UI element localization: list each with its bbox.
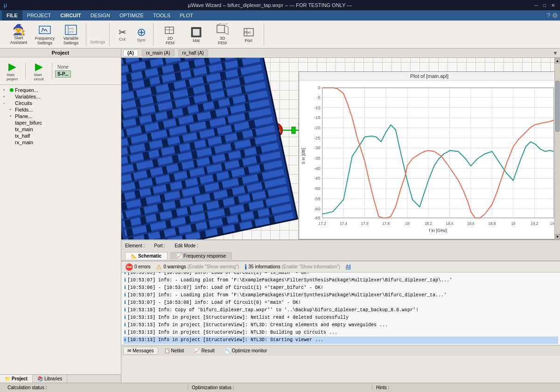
svg-line-18	[224, 23, 228, 25]
close-button[interactable]: ✕	[550, 2, 556, 8]
scroll-thumb[interactable]	[555, 81, 560, 132]
menu-file[interactable]: FILE	[2, 10, 22, 21]
settings-menu-button[interactable]: ⚙	[552, 12, 558, 19]
svg-text:18.6: 18.6	[467, 222, 475, 226]
plot-area: Plot of [main.apl] 0 -5 -	[299, 71, 560, 239]
toolbar: 🧙 StartAssistant FrequencySettings	[0, 21, 560, 49]
frequency-settings-button[interactable]: FrequencySettings	[33, 24, 57, 45]
circuits-dot	[10, 101, 14, 105]
schematic-area[interactable]: 640 600 560 520 480 Port 1 1 input	[121, 58, 560, 240]
cut-label: Cut	[119, 37, 126, 42]
schem-nav-tab-rx-main[interactable]: rx_main (A)	[142, 49, 175, 56]
tab-optimize-monitor[interactable]: 📉 Optimize monitor	[221, 347, 272, 355]
sym-label: Sym	[137, 38, 146, 42]
main-area: Project ▶ Startproject ▶ Startcircuit No…	[0, 49, 560, 383]
variable-settings-icon: x=1 y=2	[64, 23, 77, 36]
svg-text:-35: -35	[314, 156, 320, 161]
tree-item-freq[interactable]: + Frequen...	[2, 87, 119, 93]
start-project-button[interactable]: ▶ Startproject	[2, 59, 22, 83]
log-bullet: ℹ	[124, 337, 126, 343]
svg-text:19.2: 19.2	[531, 222, 538, 226]
2d-fem-button[interactable]: 2DFEM	[158, 24, 182, 45]
view-tabs: 📐 Schematic 📈 Frequency response	[121, 251, 560, 260]
app-icon: μ	[4, 2, 7, 8]
svg-line-1	[42, 28, 43, 32]
tree-item-planewaves[interactable]: + Plane...	[2, 113, 119, 119]
result-label: Result	[201, 348, 214, 353]
menu-circuit[interactable]: CIRCUIT	[56, 10, 86, 21]
port-button[interactable]: Port Port	[237, 24, 261, 45]
tab-libraries[interactable]: 📚 Libraries	[33, 375, 67, 383]
maximize-button[interactable]: □	[541, 2, 548, 8]
tab-result[interactable]: 📈 Result	[190, 347, 218, 355]
tab-netlist[interactable]: 📋 Netlist	[160, 347, 189, 355]
tree-label-planewaves: Plane...	[15, 113, 32, 119]
sparams-badge[interactable]: S-P...	[55, 70, 71, 77]
schematic-vscroll[interactable]: ▲ ▼	[554, 58, 560, 239]
view-tab-freq-response[interactable]: 📈 Frequency response	[170, 252, 232, 259]
2d-fem-label: 2DFEM	[166, 36, 175, 46]
menu-project[interactable]: PROJECT	[22, 10, 56, 21]
log-bullet: ℹ	[124, 308, 126, 313]
window-title: µWave Wizard -- bifurc_diplexer_tap.wxpr…	[7, 2, 533, 8]
warning-icon: ⚠	[156, 263, 162, 271]
mat-button[interactable]: 🔲 Mat	[184, 24, 209, 45]
mat-label: Mat	[193, 39, 200, 43]
window-controls: ─ □ ✕	[533, 2, 556, 8]
frequency-settings-icon	[38, 23, 51, 36]
log-line: ℹ[10:53:05] - [10:53:06] info: Load of C…	[123, 273, 558, 277]
cut-button[interactable]: ✂ Cut	[114, 24, 131, 45]
tab-project[interactable]: 📁 Project	[0, 375, 33, 383]
start-circuit-button[interactable]: ▶ Startcircuit	[28, 59, 49, 83]
tree-item-fields[interactable]: + Fields...	[2, 106, 119, 113]
tree-item-taper[interactable]: taper_bifurc	[2, 119, 119, 126]
scroll-up-button[interactable]: ▲	[555, 58, 560, 63]
2d-fem-icon	[164, 23, 177, 36]
tree-item-vars[interactable]: + Variables...	[2, 93, 119, 100]
log-bullet: ℹ	[124, 285, 126, 290]
variable-settings-label: VariableSettings	[63, 36, 79, 46]
project-tabs: 📁 Project 📚 Libraries	[0, 374, 121, 383]
left-panel: Project ▶ Startproject ▶ Startcircuit No…	[0, 49, 121, 383]
menu-tools[interactable]: TOOLS	[148, 10, 175, 21]
3d-fem-button[interactable]: 3DFEM	[210, 24, 235, 45]
minimize-button[interactable]: ─	[533, 2, 539, 8]
tree-item-rx-main[interactable]: rx_main	[2, 139, 119, 146]
menu-optimize[interactable]: OPTIMIZE	[115, 10, 148, 21]
tree-item-tx-main[interactable]: tx_main	[2, 126, 119, 133]
log-all-button[interactable]: All	[346, 264, 351, 269]
log-line: ℹ[10:53:13] Info in project [StructureVi…	[123, 314, 558, 322]
svg-text:-20: -20	[314, 126, 320, 130]
element-label: Element :	[125, 243, 145, 248]
info-icon: ℹ	[245, 263, 247, 271]
start-assistant-icon: 🧙	[12, 24, 25, 36]
svg-text:17.4: 17.4	[340, 222, 347, 226]
svg-text:-55: -55	[314, 196, 320, 201]
schematic-tab-label: Schematic	[138, 253, 161, 259]
tree-item-circuits[interactable]: − Circuits	[2, 100, 119, 106]
svg-text:-10: -10	[314, 105, 320, 110]
tree-item-tx-half[interactable]: tx_half	[2, 133, 119, 139]
schematic-bottom-bar: Element : Port : Edit Mode : 📐 Schematic…	[121, 240, 560, 261]
schem-nav-tab-rx-half[interactable]: rx_half (A)	[178, 49, 208, 56]
optimize-monitor-icon: 📉	[225, 348, 231, 353]
calc-label: Calculation status :	[7, 385, 47, 390]
svg-text:-45: -45	[314, 176, 320, 181]
variable-settings-button[interactable]: x=1 y=2 VariableSettings	[59, 24, 83, 45]
scroll-down-button[interactable]: ▼	[555, 234, 560, 239]
port-label: Port	[245, 39, 252, 43]
view-tab-schematic[interactable]: 📐 Schematic	[125, 252, 168, 259]
3d-fem-icon	[216, 23, 229, 36]
tab-messages[interactable]: ✉ Messages	[123, 347, 158, 355]
schem-nav-tab-a[interactable]: (A)	[123, 49, 138, 56]
nav-expand-button[interactable]: ▼	[553, 50, 558, 56]
menu-design[interactable]: DESIGN	[86, 10, 115, 21]
start-assistant-button[interactable]: 🧙 StartAssistant	[7, 24, 31, 45]
svg-text:-25: -25	[314, 136, 320, 140]
menu-plot[interactable]: PLOT	[175, 10, 198, 21]
mat-icon: 🔲	[190, 26, 203, 39]
tree-label-fields: Fields...	[15, 107, 33, 112]
sym-button[interactable]: ⊕ Sym	[133, 24, 150, 45]
help-button[interactable]: ?	[546, 12, 550, 19]
svg-rect-6	[65, 25, 77, 35]
